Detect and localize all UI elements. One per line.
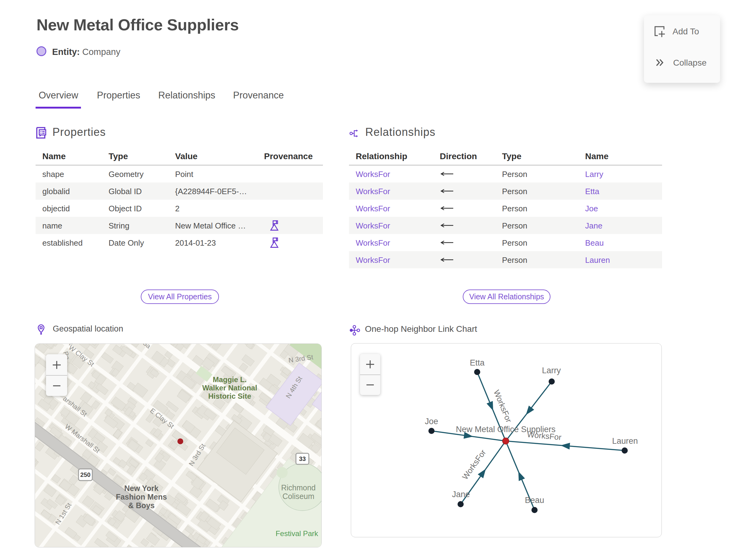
svg-text:250: 250 [80,471,90,478]
svg-text:Larry: Larry [542,366,561,375]
svg-text:Fashion Mens: Fashion Mens [116,493,167,501]
svg-text:Richmond: Richmond [281,483,316,492]
svg-text:Jane: Jane [452,490,470,499]
svg-text:WorksFor: WorksFor [527,430,562,442]
svg-text:Coliseum: Coliseum [282,492,314,501]
svg-text:WorksFor: WorksFor [492,389,514,424]
svg-text:Beau: Beau [525,496,544,505]
svg-text:Joe: Joe [425,417,438,426]
svg-text:33: 33 [299,455,306,462]
svg-text:Lauren: Lauren [612,436,638,446]
svg-text:Etta: Etta [470,358,485,367]
svg-text:Historic Site: Historic Site [208,392,251,400]
svg-text:& Boys: & Boys [128,501,155,510]
svg-text:Festival Park: Festival Park [276,529,319,538]
svg-text:Walker National: Walker National [202,384,257,392]
svg-text:New York: New York [124,484,159,493]
svg-text:Maggie L.: Maggie L. [213,375,247,384]
